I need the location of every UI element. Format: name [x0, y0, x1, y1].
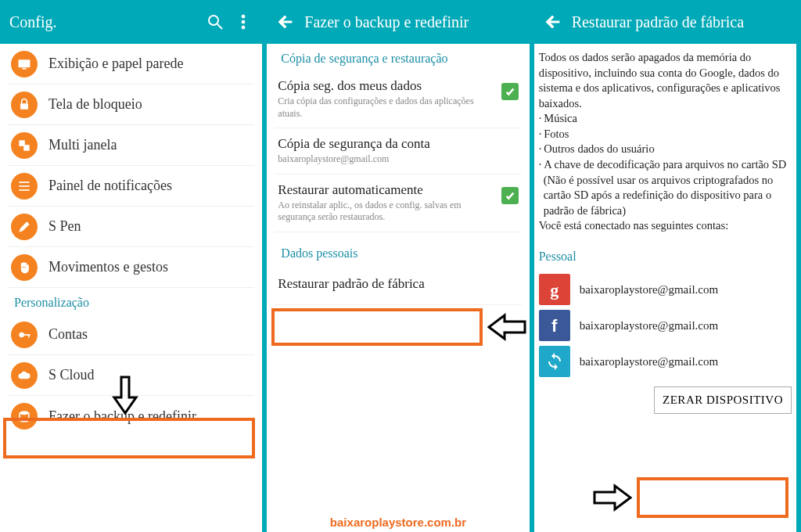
back-icon[interactable] — [544, 13, 562, 31]
bullet-item: Outros dados do usuário — [539, 142, 792, 157]
svg-point-2 — [242, 15, 245, 18]
section-header-personalization: Personalização — [8, 288, 254, 315]
reset-content: Todos os dados serão apagados da memória… — [534, 44, 796, 532]
svg-rect-9 — [23, 145, 29, 151]
bullet-item: A chave de decodificação para arquivos n… — [539, 157, 792, 173]
svg-point-4 — [242, 26, 245, 29]
svg-rect-10 — [19, 182, 29, 183]
svg-line-1 — [217, 24, 222, 29]
auto-restore-item[interactable]: Restaurar automaticamente Ao reinstalar … — [275, 174, 521, 232]
factory-reset-panel: Restaurar padrão de fábrica Todos os dad… — [534, 0, 801, 532]
account-email: baixaroplaystore@gmail.com — [580, 318, 719, 333]
sync-icon — [539, 346, 570, 377]
back-icon[interactable] — [276, 13, 295, 31]
appbar-backup: Fazer o backup e redefinir — [267, 0, 529, 44]
factory-reset-item[interactable]: Restaurar padrão de fábrica — [275, 265, 521, 305]
reset-device-button[interactable]: ZERAR DISPOSITIVO — [654, 386, 792, 414]
backup-account-item[interactable]: Cópia de segurança da conta baixaroplays… — [275, 128, 521, 174]
list-icon — [11, 173, 38, 200]
settings-item-display[interactable]: Exibição e papel parede — [8, 44, 254, 84]
lock-icon — [11, 92, 38, 118]
reset-intro-text: Todos os dados serão apagados da memória… — [539, 50, 792, 111]
hand-icon — [11, 254, 38, 281]
reset-connected-text: Você está conectado nas seguintes contas… — [539, 218, 792, 234]
svg-point-0 — [209, 16, 218, 25]
svg-point-13 — [19, 332, 24, 337]
settings-item-label: Contas — [48, 326, 88, 343]
svg-point-3 — [242, 20, 245, 23]
svg-rect-12 — [19, 189, 29, 191]
svg-rect-15 — [28, 334, 30, 337]
key-icon — [11, 322, 38, 348]
settings-item-label: Exibição e papel parede — [48, 56, 183, 72]
settings-item-label: Tela de bloqueio — [48, 96, 142, 113]
svg-rect-5 — [19, 59, 31, 67]
settings-item-label: S Cloud — [48, 367, 95, 383]
settings-item-label: Movimentos e gestos — [48, 259, 168, 275]
account-email: baixaroplaystore@gmail.com — [580, 354, 719, 369]
settings-item-notifications[interactable]: Painel de notificações — [8, 166, 254, 207]
watermark-text: baixaroplaystore.com.br — [330, 516, 466, 529]
item-title: Restaurar padrão de fábrica — [278, 276, 424, 292]
accounts-header: Pessoal — [539, 240, 792, 270]
settings-item-label: S Pen — [48, 218, 81, 235]
section-header-backup: Cópia de segurança e restauração — [275, 44, 521, 70]
settings-panel: Config. Exibição e papel parede Tela de … — [0, 0, 267, 532]
bullet-item: Música — [539, 111, 792, 127]
facebook-icon: f — [539, 310, 570, 341]
svg-rect-6 — [23, 68, 27, 70]
backup-reset-panel: Fazer o backup e redefinir Cópia de segu… — [267, 0, 533, 532]
settings-item-spen[interactable]: S Pen — [8, 207, 254, 247]
appbar-config: Config. — [0, 0, 262, 44]
settings-item-label: Fazer o backup e redefinir — [48, 408, 196, 425]
item-subtitle: Cria cópia das configurações e dados das… — [278, 95, 493, 120]
cloud-icon — [11, 362, 38, 389]
backup-content: Cópia de segurança e restauração Cópia s… — [267, 44, 529, 532]
checkbox-icon[interactable] — [501, 83, 519, 100]
appbar-title: Restaurar padrão de fábrica — [572, 13, 787, 31]
item-subtitle: Ao reinstalar aplic., os dados e config.… — [278, 200, 493, 224]
search-icon[interactable] — [206, 13, 224, 31]
section-header-personal-data: Dados pessoais — [275, 239, 521, 265]
svg-rect-11 — [19, 185, 29, 187]
backup-icon — [11, 403, 38, 430]
overflow-menu-icon[interactable] — [234, 13, 253, 31]
settings-item-accounts[interactable]: Contas — [8, 315, 254, 355]
settings-list: Exibição e papel parede Tela de bloqueio… — [0, 44, 262, 532]
item-title: Restaurar automaticamente — [278, 182, 493, 198]
account-row-google[interactable]: g baixaroplaystore@gmail.com — [539, 274, 792, 305]
svg-rect-7 — [20, 103, 28, 110]
google-icon: g — [539, 274, 570, 305]
settings-item-lockscreen[interactable]: Tela de bloqueio — [8, 84, 254, 125]
settings-item-scloud[interactable]: S Cloud — [8, 355, 254, 396]
appbar-title: Fazer o backup e redefinir — [304, 13, 519, 31]
item-title: Cópia de segurança da conta — [278, 136, 518, 152]
appbar-reset: Restaurar padrão de fábrica — [534, 0, 796, 44]
item-subtitle: baixaroplaystore@gmail.com — [278, 153, 518, 166]
multiwindow-icon — [11, 132, 38, 159]
settings-item-label: Painel de notificações — [48, 178, 172, 194]
backup-my-data-item[interactable]: Cópia seg. dos meus dados Cria cópia das… — [275, 70, 521, 128]
checkbox-icon[interactable] — [501, 187, 519, 204]
reset-paren-note: (Não é possível usar os arquivos criptog… — [539, 173, 792, 219]
bullet-item: Fotos — [539, 127, 792, 142]
account-email: baixaroplaystore@gmail.com — [580, 282, 719, 297]
settings-item-motions[interactable]: Movimentos e gestos — [8, 247, 254, 288]
account-row-facebook[interactable]: f baixaroplaystore@gmail.com — [539, 310, 792, 341]
account-row-sync[interactable]: baixaroplaystore@gmail.com — [539, 346, 792, 377]
pen-icon — [11, 214, 38, 240]
display-icon — [11, 51, 38, 77]
svg-point-16 — [20, 411, 29, 415]
reset-bullets: Música Fotos Outros dados do usuário A c… — [539, 111, 792, 172]
settings-item-label: Multi janela — [48, 137, 117, 153]
item-title: Cópia seg. dos meus dados — [278, 78, 493, 94]
appbar-title: Config. — [9, 13, 196, 31]
settings-item-multiwindow[interactable]: Multi janela — [8, 125, 254, 166]
settings-item-backup-reset[interactable]: Fazer o backup e redefinir — [8, 396, 254, 437]
